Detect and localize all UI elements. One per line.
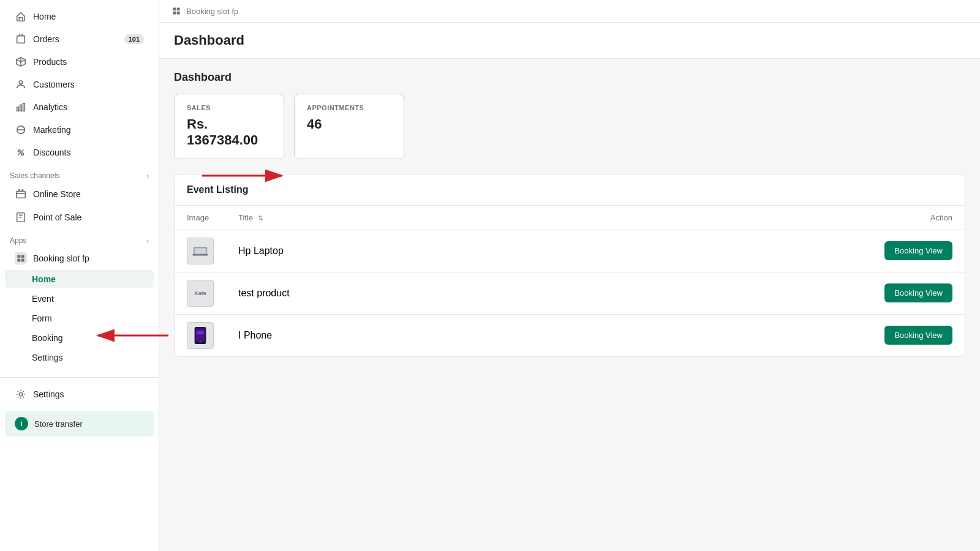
orders-icon (15, 33, 27, 45)
product-image-2: Kate (187, 280, 214, 307)
sidebar-item-settings-label: Settings (33, 389, 64, 399)
sidebar-subitem-booking[interactable]: Booking (5, 329, 154, 347)
sidebar-item-marketing-label: Marketing (33, 125, 70, 135)
appointments-label: APPOINTMENTS (307, 104, 391, 111)
page-body: Dashboard SALES Rs.1367384.00 APPOINTMEN… (159, 59, 980, 551)
stats-row: SALES Rs.1367384.00 APPOINTMENTS 46 (174, 94, 965, 159)
svg-rect-24 (197, 331, 203, 334)
sidebar-subitem-event[interactable]: Event (5, 290, 154, 308)
sidebar-item-home-label: Home (33, 12, 56, 21)
breadcrumb-icon (172, 6, 181, 16)
svg-rect-4 (23, 103, 25, 111)
svg-point-1 (19, 81, 22, 84)
col-image: Image (175, 206, 226, 230)
discounts-icon (15, 146, 27, 159)
sidebar-item-discounts-label: Discounts (33, 148, 70, 157)
svg-rect-16 (177, 7, 180, 10)
sidebar-item-online-store[interactable]: Online Store (5, 183, 154, 205)
event-table: Image Title ⇅ Action (175, 206, 965, 356)
booking-view-btn-2[interactable]: Booking View (884, 283, 952, 302)
sidebar-item-orders-label: Orders (33, 34, 59, 44)
svg-rect-0 (17, 36, 25, 43)
sidebar-item-home[interactable]: Home (5, 6, 154, 28)
marketing-icon (15, 124, 27, 136)
sales-value: Rs.1367384.00 (187, 116, 271, 149)
sidebar: Home Orders 101 Products Customers Ana (0, 0, 159, 551)
apps-chevron-icon[interactable]: › (146, 237, 149, 244)
sidebar-item-products[interactable]: Products (5, 51, 154, 73)
main-content: Booking slot fp Dashboard Dashboard SALE… (159, 0, 980, 551)
sidebar-item-marketing[interactable]: Marketing (5, 119, 154, 141)
customers-icon (15, 78, 27, 91)
table-row: Kate test product Booking View (175, 272, 965, 314)
sales-label: SALES (187, 104, 271, 111)
orders-badge: 101 (124, 34, 144, 44)
sort-icon: ⇅ (258, 214, 263, 222)
product-title-2: test product (226, 272, 559, 314)
home-icon (15, 10, 27, 23)
svg-rect-11 (21, 255, 24, 258)
product-title-1: Hp Laptop (226, 230, 559, 272)
event-listing-header: Event Listing (175, 174, 965, 206)
appointments-value: 46 (307, 116, 391, 132)
sidebar-item-orders[interactable]: Orders 101 (5, 28, 154, 50)
store-transfer-label: Store transfer (34, 419, 83, 429)
svg-rect-3 (20, 105, 22, 111)
event-listing-section: Event Listing Image Title ⇅ Action (174, 174, 965, 357)
svg-rect-18 (177, 12, 180, 15)
sidebar-item-analytics-label: Analytics (33, 102, 67, 112)
online-store-icon (15, 188, 27, 200)
analytics-icon (15, 101, 27, 113)
svg-rect-21 (195, 248, 206, 253)
col-title: Title ⇅ (226, 206, 559, 230)
sales-channels-chevron-icon[interactable]: › (146, 172, 149, 179)
page-title: Dashboard (174, 32, 965, 48)
svg-rect-17 (173, 12, 176, 15)
svg-rect-12 (17, 259, 20, 262)
svg-point-6 (18, 150, 21, 152)
dashboard-title: Dashboard (174, 71, 965, 84)
store-transfer[interactable]: i Store transfer (5, 411, 154, 437)
topbar: Booking slot fp (159, 0, 980, 23)
booking-view-btn-1[interactable]: Booking View (884, 241, 952, 260)
svg-rect-15 (173, 7, 176, 10)
sidebar-item-analytics[interactable]: Analytics (5, 96, 154, 118)
sidebar-subitem-form[interactable]: Form (5, 309, 154, 328)
sidebar-item-pos[interactable]: Point of Sale (5, 206, 154, 228)
pos-icon (15, 211, 27, 223)
svg-rect-20 (192, 254, 208, 255)
sidebar-item-customers-label: Customers (33, 80, 75, 89)
apps-section: Apps › (0, 229, 159, 247)
gear-icon (15, 388, 27, 400)
col-action: Action (559, 206, 965, 230)
svg-point-14 (19, 392, 22, 395)
sidebar-item-discounts[interactable]: Discounts (5, 141, 154, 163)
dashboard-section: Dashboard SALES Rs.1367384.00 APPOINTMEN… (174, 71, 965, 159)
sales-card: SALES Rs.1367384.00 (174, 94, 284, 159)
breadcrumb-label: Booking slot fp (186, 7, 238, 16)
sidebar-item-settings[interactable]: Settings (5, 383, 154, 405)
svg-rect-8 (17, 192, 25, 198)
booking-view-btn-3[interactable]: Booking View (884, 326, 952, 345)
sidebar-item-products-label: Products (33, 57, 67, 67)
svg-point-7 (21, 153, 24, 156)
sidebar-item-online-store-label: Online Store (33, 189, 81, 199)
page-header: Dashboard (159, 23, 980, 59)
info-icon: i (15, 417, 28, 430)
svg-rect-10 (17, 255, 20, 258)
product-image-3 (187, 322, 214, 349)
app-header: Booking slot fp (5, 248, 154, 269)
sidebar-item-pos-label: Point of Sale (33, 212, 81, 222)
products-icon (15, 56, 27, 68)
sidebar-subitem-settings-app[interactable]: Settings (5, 348, 154, 367)
appointments-card: APPOINTMENTS 46 (294, 94, 404, 159)
svg-rect-23 (196, 329, 205, 342)
sidebar-subitem-home[interactable]: Home (5, 270, 154, 288)
app-icon (15, 252, 27, 264)
svg-point-25 (200, 341, 202, 343)
product-image-1 (187, 238, 214, 264)
sales-channels-section: Sales channels › (0, 164, 159, 182)
app-name-label: Booking slot fp (33, 253, 89, 263)
table-row: Hp Laptop Booking View (175, 230, 965, 272)
sidebar-item-customers[interactable]: Customers (5, 73, 154, 96)
